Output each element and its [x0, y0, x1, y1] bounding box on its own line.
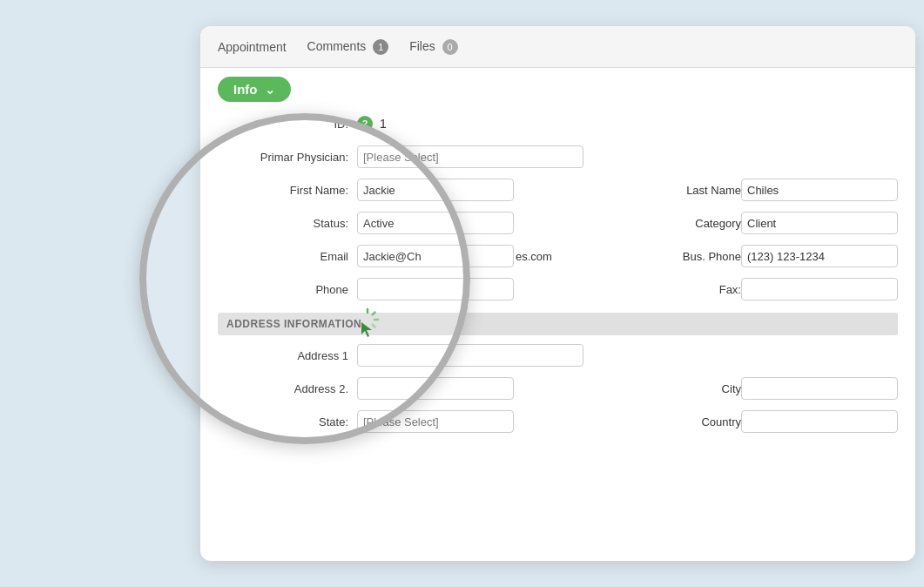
bus-phone-label: Bus. Phone [654, 250, 741, 263]
tab-comments[interactable]: Comments 1 [307, 36, 389, 58]
form-area: ID: ? 1 Primar Physician: First Name: La… [200, 102, 915, 541]
tab-bar: Appointment Comments 1 Files 0 [200, 26, 915, 68]
address-section-header: ADDRESS INFORMATION [218, 313, 898, 335]
state-label: State: [218, 415, 357, 428]
primary-physician-input[interactable] [357, 145, 583, 168]
state-input[interactable] [357, 410, 514, 433]
city-input[interactable] [741, 377, 898, 400]
tab-files[interactable]: Files 0 [409, 36, 457, 58]
status-row: Status: Category [218, 210, 898, 236]
address2-row: Address 2. City [218, 375, 898, 401]
email-row: Email es.com Bus. Phone [218, 243, 898, 269]
email-input[interactable] [357, 245, 514, 267]
address2-label: Address 2. [218, 382, 357, 395]
info-dropdown-button[interactable]: Info ⌄ [218, 77, 291, 102]
phone-label: Phone [218, 283, 357, 296]
id-label: ID: [218, 118, 357, 131]
fax-label: Fax: [654, 283, 741, 296]
primary-physician-label: Primar Physician: [218, 151, 357, 164]
country-input[interactable] [741, 410, 898, 433]
city-label: City [654, 382, 741, 395]
category-input[interactable] [741, 212, 898, 234]
tab-appointment[interactable]: Appointment [218, 37, 287, 57]
primary-physician-row: Primar Physician: [218, 144, 898, 170]
comments-badge: 1 [373, 39, 388, 55]
phone-input[interactable] [357, 278, 514, 300]
country-label: Country [654, 415, 741, 428]
bus-phone-input[interactable] [741, 245, 898, 267]
last-name-label: Last Name [654, 184, 741, 197]
last-name-input[interactable] [741, 179, 898, 201]
first-name-input[interactable] [357, 179, 514, 201]
address1-label: Address 1 [218, 349, 357, 362]
email-label: Email [218, 250, 357, 263]
help-icon: ? [357, 116, 373, 132]
status-input[interactable] [357, 212, 514, 234]
id-row: ID: ? 1 [218, 111, 898, 137]
address2-input[interactable] [357, 377, 514, 400]
address1-input[interactable] [357, 344, 583, 367]
state-row: State: Country [218, 408, 898, 435]
id-value: 1 [380, 117, 387, 131]
phone-row: Phone Fax: [218, 276, 898, 302]
name-row: First Name: Last Name [218, 177, 898, 203]
address1-row: Address 1 [218, 342, 898, 368]
chevron-down-icon: ⌄ [265, 83, 275, 97]
fax-input[interactable] [741, 278, 898, 300]
category-label: Category [654, 217, 741, 230]
email-suffix: es.com [516, 250, 552, 263]
files-badge: 0 [442, 39, 458, 55]
status-label: Status: [218, 217, 357, 230]
first-name-label: First Name: [218, 184, 357, 197]
main-window: Appointment Comments 1 Files 0 Info ⌄ ID… [200, 26, 915, 561]
